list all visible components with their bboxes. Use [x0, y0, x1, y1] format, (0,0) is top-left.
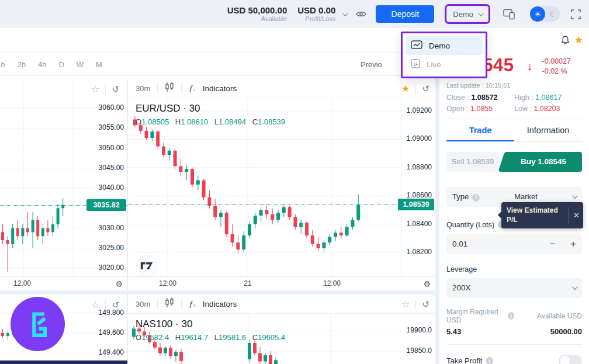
candlestick — [248, 224, 251, 235]
interval-button[interactable]: 30m — [136, 84, 150, 93]
timeframe-m[interactable]: M — [96, 60, 102, 69]
light-mode-sun-icon[interactable]: ☀ — [530, 6, 545, 22]
axis-settings-gear-icon[interactable]: ⚙ — [423, 279, 431, 289]
candlestick — [153, 342, 157, 348]
theme-toggle[interactable]: ☀ ☾ — [530, 6, 560, 22]
menu-item-live[interactable]: 1 Live — [406, 55, 483, 74]
balance-label: Available — [227, 15, 287, 23]
candle-style-icon[interactable] — [165, 297, 174, 310]
price-down-arrow-icon: ↓ — [527, 60, 533, 73]
ohlc-c-value: 1.08539 — [258, 117, 285, 126]
favorite-star-icon[interactable]: ☆ — [91, 299, 99, 310]
indicators-fx-icon[interactable]: ƒx — [189, 299, 196, 309]
chevron-down-icon[interactable] — [342, 11, 348, 16]
tab-information[interactable]: Information — [514, 119, 582, 141]
chart-panel-eurusd[interactable]: 30m ƒx Indicators ★ ↺ EUR/USD · 30 O1.08… — [129, 79, 435, 290]
info-icon[interactable] — [508, 312, 514, 320]
indicators-button[interactable]: Indicators — [203, 84, 237, 93]
deposit-button[interactable]: Deposit — [376, 5, 434, 23]
price-axis-label: 3050.00 — [99, 144, 124, 152]
chart-panel-nas100[interactable]: 30m ƒx Indicators ☆ ↺ NAS100 · 30 O19582… — [129, 294, 435, 364]
candlestick — [169, 348, 172, 356]
bell-icon[interactable] — [560, 35, 570, 48]
devices-icon[interactable] — [503, 9, 516, 20]
candlestick — [351, 220, 354, 227]
margin-required-value: 5.43 — [446, 327, 514, 336]
timeframe-d[interactable]: D — [58, 60, 64, 69]
tab-trade[interactable]: Trade — [446, 119, 514, 141]
candlestick — [11, 228, 14, 244]
last-price-badge: 3035.82 — [86, 199, 126, 211]
symbol-title[interactable]: NAS100 · 30 — [136, 318, 192, 330]
time-axis[interactable]: ⚙ 12:00 — [0, 276, 127, 290]
last-price-line — [129, 204, 401, 205]
time-axis-label: 12:00 — [323, 279, 341, 287]
reload-icon[interactable]: ↺ — [112, 84, 119, 95]
timeframe-2h[interactable]: 2h — [17, 60, 25, 69]
favorite-star-icon[interactable]: ★ — [574, 34, 583, 46]
candlestick — [282, 207, 286, 213]
candlestick — [288, 207, 292, 217]
ohlc-h-label: H — [175, 333, 181, 342]
balance-stat: USD 50,000.00 Available — [227, 5, 287, 23]
available-value: 50000.00 — [514, 327, 582, 336]
ohlc-readout: O1.08505 H1.08610 L1.08494 C1.08539 — [136, 117, 289, 126]
sell-button[interactable]: Sell 1.08539 — [446, 152, 499, 172]
candlestick — [145, 131, 148, 138]
reload-icon[interactable]: ↺ — [112, 300, 119, 310]
axis-settings-gear-icon[interactable]: ⚙ — [115, 279, 123, 289]
time-axis[interactable]: ⚙ 12:002112:00 — [129, 276, 435, 290]
divider — [105, 300, 106, 310]
candlestick — [196, 181, 200, 185]
candlestick — [57, 208, 60, 224]
account-selector-highlight: Demo — [445, 4, 490, 24]
balance-value: USD 50,000.00 — [227, 5, 287, 15]
interval-button[interactable]: 30m — [136, 300, 150, 308]
increase-quantity-button[interactable] — [570, 238, 576, 250]
divider — [415, 84, 416, 93]
candle-style-icon[interactable] — [165, 82, 174, 95]
ohlc-h-value: 1.08610 — [181, 117, 208, 126]
take-profit-toggle[interactable] — [559, 355, 582, 364]
type-value: Market — [514, 192, 538, 201]
close-icon[interactable]: ✕ — [573, 211, 580, 220]
eye-icon[interactable] — [356, 10, 366, 18]
info-icon[interactable] — [486, 357, 493, 364]
buy-button[interactable]: Buy 1.08545 — [505, 152, 582, 172]
quantity-input[interactable]: 0.01 — [446, 234, 582, 254]
pnl-label: Profit/Loss — [297, 15, 335, 23]
candlestick — [264, 355, 267, 362]
timeframe-w[interactable]: W — [77, 60, 84, 69]
chart-panel-left[interactable]: ☆ ↺ ⚙ 12:00 3060.003055.003050.003045.00… — [0, 79, 128, 290]
account-selector-button[interactable]: Demo — [446, 6, 488, 22]
candlestick — [46, 228, 49, 233]
reload-icon[interactable]: ↺ — [422, 84, 429, 94]
timeframe-1h[interactable]: 1h — [0, 60, 5, 69]
favorite-star-icon[interactable]: ☆ — [401, 299, 410, 310]
dark-mode-moon-icon[interactable]: ☾ — [545, 10, 560, 19]
high-value: 1.08617 — [535, 93, 562, 102]
menu-item-demo[interactable]: Demo — [406, 36, 483, 55]
ohlc-l-label: L — [214, 333, 219, 342]
reload-icon[interactable]: ↺ — [422, 299, 429, 310]
symbol-title[interactable]: EUR/USD · 30 — [136, 103, 200, 115]
open-value: 1.0855 — [470, 105, 493, 113]
candlestick — [345, 227, 349, 235]
ohlc-o-label: O — [136, 333, 141, 342]
favorite-star-icon[interactable]: ★ — [401, 83, 410, 94]
indicators-fx-icon[interactable]: ƒx — [189, 84, 196, 93]
candlestick — [299, 223, 303, 227]
indicators-button[interactable]: Indicators — [203, 300, 237, 308]
tradingview-logo-icon[interactable] — [136, 255, 157, 276]
decrease-quantity-button[interactable] — [549, 238, 555, 250]
leverage-select[interactable]: 200X — [446, 278, 582, 298]
info-icon[interactable] — [472, 194, 480, 202]
favorite-star-icon[interactable]: ☆ — [91, 84, 99, 95]
ohlc-o-value: 1.08505 — [141, 117, 169, 126]
svg-text:1: 1 — [413, 61, 416, 67]
fullscreen-icon[interactable] — [571, 9, 581, 19]
candlestick — [202, 181, 206, 197]
timeframe-4h[interactable]: 4h — [38, 60, 46, 69]
chevron-down-icon — [572, 193, 578, 199]
price-axis-label: 3055.00 — [99, 123, 124, 131]
